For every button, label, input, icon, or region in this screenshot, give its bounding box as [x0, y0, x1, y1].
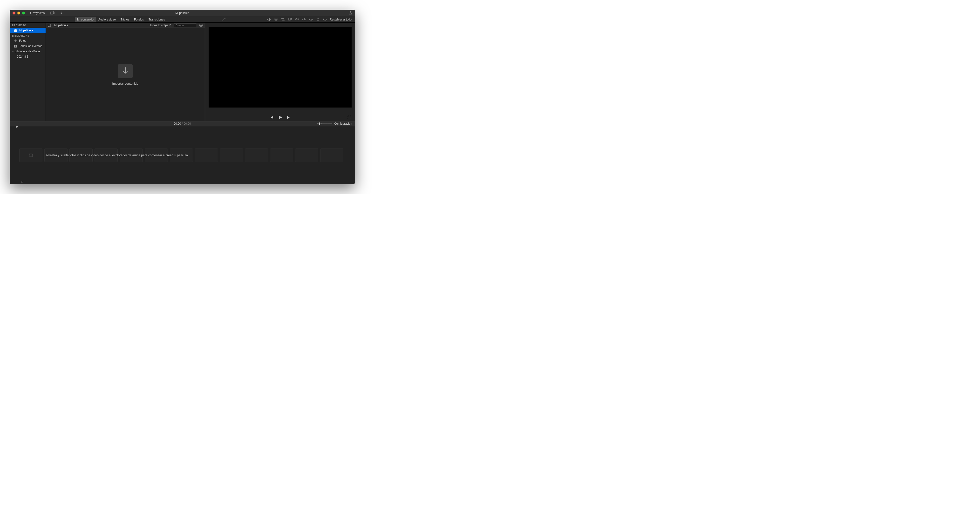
volume-icon[interactable] — [295, 17, 299, 21]
svg-rect-18 — [48, 24, 49, 27]
svg-point-4 — [276, 18, 278, 20]
reset-all-button[interactable]: Restablecer todo — [329, 18, 352, 21]
browser-tabs: Mi contenido Audio y video Títulos Fondo… — [75, 17, 167, 22]
svg-point-9 — [325, 19, 325, 19]
download-arrow-icon[interactable] — [60, 11, 62, 15]
play-button[interactable] — [278, 115, 282, 119]
viewer-panel — [205, 23, 355, 121]
back-label: Proyectos — [32, 11, 45, 15]
clip-filter-icon[interactable] — [316, 17, 320, 21]
fullscreen-button[interactable] — [348, 116, 351, 119]
timecode-display: 00:00/00:00 — [173, 122, 191, 125]
media-browser: Mi película Todos los clips Importar con… — [46, 23, 205, 121]
imovie-window: Proyectos Mi película Mi contenido Audio… — [10, 10, 355, 184]
main-area: PROYECTO Mi película BIBLIOTECAS Fotos T… — [10, 23, 355, 121]
filmstrip-toggle-icon[interactable] — [48, 24, 51, 27]
viewer-toolbar: Restablecer todo — [218, 17, 355, 21]
svg-rect-6 — [288, 18, 291, 20]
playback-controls — [205, 114, 355, 121]
tab-mi-contenido[interactable]: Mi contenido — [75, 17, 96, 22]
sidebar-header-bibliotecas: BIBLIOTECAS — [10, 33, 46, 38]
fullscreen-icon — [348, 116, 351, 119]
sidebar-item-fotos[interactable]: Fotos — [10, 38, 46, 43]
timeline-header: 00:00/00:00 Configuración — [10, 121, 355, 126]
svg-point-15 — [16, 40, 17, 41]
import-content-label: Importar contenido — [112, 82, 138, 85]
sidebar-item-project[interactable]: Mi película — [10, 28, 46, 33]
tab-transiciones[interactable]: Transiciones — [146, 17, 167, 22]
svg-point-13 — [15, 41, 16, 42]
photos-flower-icon — [14, 39, 17, 43]
speed-icon[interactable] — [309, 17, 313, 21]
enhance-wand-button[interactable] — [222, 17, 226, 21]
info-icon[interactable] — [323, 17, 327, 21]
audio-track-row[interactable] — [19, 180, 355, 184]
library-sidebar: PROYECTO Mi película BIBLIOTECAS Fotos T… — [10, 23, 46, 121]
clip-placeholder — [195, 149, 218, 162]
titlebar: Proyectos Mi película — [10, 10, 355, 16]
back-to-projects-button[interactable]: Proyectos — [29, 11, 45, 15]
browser-settings-gear-icon[interactable] — [199, 24, 203, 27]
zoom-window-button[interactable] — [22, 11, 25, 14]
color-correction-icon[interactable] — [274, 17, 278, 21]
total-duration: 00:00 — [184, 122, 191, 125]
zoom-thumb[interactable] — [319, 122, 320, 125]
clip-placeholder — [220, 149, 243, 162]
playhead[interactable] — [17, 126, 17, 184]
chevron-down-icon — [11, 51, 14, 52]
up-down-chevron-icon — [169, 24, 171, 27]
previous-frame-button[interactable] — [270, 116, 274, 119]
sidebar-item-imovie-library[interactable]: Biblioteca de iMovie — [10, 49, 46, 54]
clip-placeholder — [245, 149, 268, 162]
preview-canvas[interactable] — [208, 27, 352, 108]
secondary-toolbar: Mi contenido Audio y video Títulos Fondo… — [10, 16, 355, 23]
timeline-header-right: Configuración — [317, 122, 352, 125]
share-button[interactable] — [349, 11, 352, 15]
minimize-window-button[interactable] — [18, 11, 20, 14]
color-balance-icon[interactable] — [267, 17, 271, 21]
sidebar-item-label: Biblioteca de iMovie — [15, 50, 40, 53]
sidebar-item-event-date[interactable]: 2024-8-3 — [10, 54, 46, 59]
traffic-lights — [13, 11, 25, 14]
sidebar-item-label: Todos los eventos — [19, 44, 42, 48]
svg-rect-17 — [48, 24, 51, 27]
clip-placeholder — [295, 149, 318, 162]
tab-titulos[interactable]: Títulos — [118, 17, 132, 22]
crop-icon[interactable] — [281, 17, 285, 21]
zoom-slider[interactable] — [317, 122, 332, 125]
tab-fondos[interactable]: Fondos — [132, 17, 146, 22]
clip-filter-dropdown[interactable]: Todos los clips — [150, 24, 171, 27]
close-window-button[interactable] — [13, 11, 16, 14]
music-note-icon — [21, 181, 24, 184]
import-media-icon[interactable] — [50, 11, 55, 15]
timeline-settings-button[interactable]: Configuración — [334, 122, 352, 125]
clip-placeholder — [320, 149, 344, 162]
sidebar-item-label: 2024-8-3 — [17, 55, 29, 58]
browser-title: Mi película — [54, 24, 68, 27]
clapperboard-icon — [14, 29, 18, 32]
sidebar-item-all-events[interactable]: Todos los eventos — [10, 43, 46, 49]
svg-point-11 — [15, 40, 16, 41]
search-input[interactable] — [176, 24, 209, 27]
tab-audio-y-video[interactable]: Audio y video — [96, 17, 118, 22]
viewer-canvas-area — [205, 23, 355, 114]
adjust-icons-group — [267, 17, 327, 21]
window-title: Mi película — [175, 11, 189, 15]
import-content-button[interactable] — [118, 64, 133, 78]
timeline-hint-text: Arrastra y suelta fotos y clips de video… — [46, 153, 189, 157]
next-frame-button[interactable] — [287, 116, 291, 119]
clip-placeholder — [19, 149, 43, 162]
svg-point-5 — [275, 19, 277, 21]
svg-point-14 — [14, 40, 15, 41]
timeline[interactable]: Arrastra y suelta fotos y clips de video… — [10, 126, 355, 184]
sidebar-item-label: Mi película — [19, 29, 33, 32]
svg-rect-10 — [14, 30, 18, 32]
share-icon — [349, 11, 352, 15]
noise-reduction-icon[interactable] — [302, 17, 306, 21]
browser-header: Mi película Todos los clips — [46, 23, 205, 28]
search-field[interactable] — [173, 24, 197, 27]
chevron-left-icon — [29, 12, 31, 14]
stabilization-icon[interactable] — [288, 17, 292, 21]
clip-filter-label: Todos los clips — [150, 24, 168, 27]
sidebar-item-label: Fotos — [19, 39, 26, 43]
